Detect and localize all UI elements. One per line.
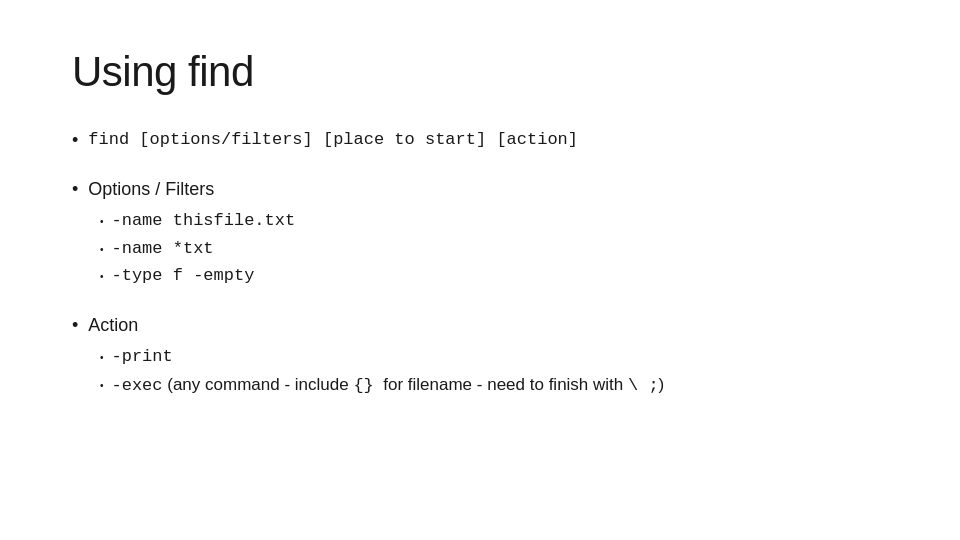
slide: Using find • find [options/filters] [pla…: [0, 0, 960, 540]
sub-bullet-type-text: -type f -empty: [112, 263, 255, 289]
bullet-action-row: • Action: [72, 313, 888, 338]
action-sub-list: • -print • -exec (any command - include …: [100, 344, 888, 398]
content-area: • find [options/filters] [place to start…: [72, 128, 888, 398]
exec-description: (any command - include: [163, 372, 354, 398]
bullet-syntax-text: find [options/filters] [place to start] …: [88, 128, 578, 152]
sub-dot-3: •: [100, 269, 104, 284]
bullet-action-text: Action: [88, 313, 138, 338]
bullet-syntax-row: • find [options/filters] [place to start…: [72, 128, 888, 153]
sub-bullet-name2: • -name *txt: [100, 236, 888, 262]
exec-close-paren: ): [659, 372, 665, 398]
bullet-dot-2: •: [72, 177, 78, 202]
sub-bullet-exec: • -exec (any command - include {} for fi…: [100, 372, 888, 399]
sub-bullet-name2-text: -name *txt: [112, 236, 214, 262]
sub-bullet-type: • -type f -empty: [100, 263, 888, 289]
sub-dot-5: •: [100, 378, 104, 393]
bullet-options-text: Options / Filters: [88, 177, 214, 202]
bullet-syntax: • find [options/filters] [place to start…: [72, 128, 888, 153]
exec-for: for filename - need to finish with: [374, 372, 628, 398]
exec-semicolon: \ ;: [628, 373, 659, 399]
options-sub-list: • -name thisfile.txt • -name *txt • -typ…: [100, 208, 888, 289]
sub-dot-2: •: [100, 242, 104, 257]
bullet-dot-1: •: [72, 128, 78, 153]
bullet-options: • Options / Filters • -name thisfile.txt…: [72, 177, 888, 289]
slide-title: Using find: [72, 48, 888, 96]
exec-braces: {}: [353, 373, 373, 399]
sub-bullet-name1: • -name thisfile.txt: [100, 208, 888, 234]
sub-dot-4: •: [100, 350, 104, 365]
bullet-options-row: • Options / Filters: [72, 177, 888, 202]
exec-mixed-line: -exec (any command - include {} for file…: [112, 372, 665, 399]
bullet-action: • Action • -print • -exec (any command -…: [72, 313, 888, 398]
sub-bullet-print: • -print: [100, 344, 888, 370]
sub-bullet-print-text: -print: [112, 344, 173, 370]
exec-code: -exec: [112, 373, 163, 399]
sub-dot-1: •: [100, 214, 104, 229]
sub-bullet-name1-text: -name thisfile.txt: [112, 208, 296, 234]
bullet-dot-3: •: [72, 313, 78, 338]
